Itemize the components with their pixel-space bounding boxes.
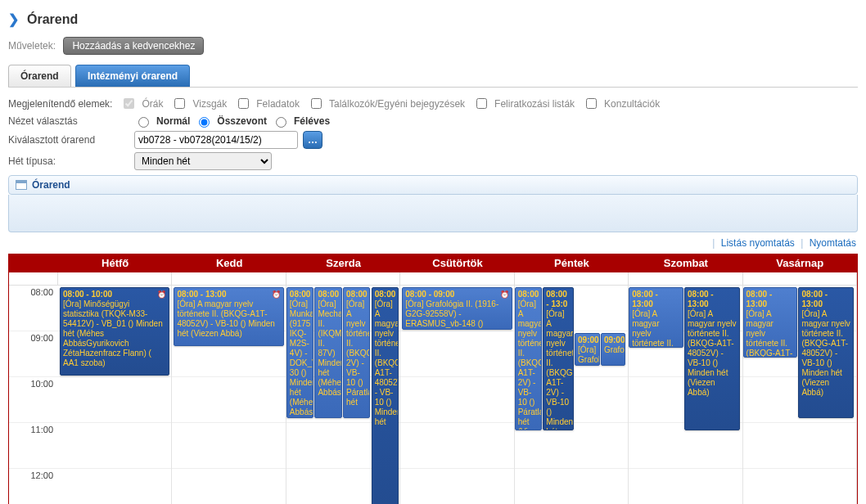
day-col-fri: 08:00 [Óra] A magyar nyelv története II.… [515,286,629,504]
event-sun-1[interactable]: 08:00 - 13:00 [Óra] A magyar nyelv törté… [743,287,797,358]
day-header-mon: Hétfő [58,254,172,272]
selected-schedule-row: Kiválasztott órarend … [8,129,858,151]
schedule-panel-title: Órarend [32,179,70,191]
chk-talalkozok[interactable] [311,98,322,109]
event-text: [Óra] A nyelv története II. (BKQG-2V) - … [346,299,370,407]
event-time: 08:00 - 13:0 [546,290,567,308]
chk-konzultaciok[interactable] [586,98,597,109]
chk-feliratkozasi[interactable] [476,98,487,109]
view-label: Nézet választás [8,115,129,127]
day-header-fri: Péntek [515,254,629,272]
event-thu-1[interactable]: ⏰ 08:00 - 09:00 [Óra] Grafológia II. (19… [402,287,512,330]
day-col-mon: ⏰ 08:00 - 10:00 [Óra] Minőségügyi statis… [58,286,172,504]
time-1000: 10:00 [9,377,58,423]
event-tue-1[interactable]: ⏰ 08:00 - 13:00 [Óra] A magyar nyelv tör… [174,287,283,346]
event-time: 08:00 - 09:00 [405,290,454,299]
day-col-sun: 08:00 - 13:00 [Óra] A magyar nyelv törté… [743,286,857,504]
event-fri-4[interactable]: 09:00 Grafológia [601,333,625,366]
time-0900: 09:00 [9,331,58,377]
event-wed-3[interactable]: 08:00 [Óra] A nyelv története II. (BKQG-… [343,287,370,418]
event-text: [Óra] A magyar nyelv története II. (BKQG… [688,309,736,397]
schedule-picker-button[interactable]: … [303,131,322,149]
event-time: 08:00 - 13:00 [688,290,714,308]
event-sun-2[interactable]: 08:00 - 13:00 [Óra] A magyar nyelv törté… [798,287,854,418]
radio-osszevont-label: Összevont [217,115,267,127]
event-mon-1[interactable]: ⏰ 08:00 - 10:00 [Óra] Minőségügyi statis… [60,287,169,376]
event-text: [Óra] Minőségügyi statisztika (TKQK-M33-… [63,299,163,367]
calendar-header: Hétfő Kedd Szerda Csütörtök Péntek Szomb… [9,254,857,272]
event-text: [Óra] A magyar nyelv története II. (BKQG… [801,309,850,397]
time-1200: 12:00 [9,469,58,504]
calendar-subheader [9,272,857,286]
event-time: 08:00 - 10:00 [63,290,112,299]
time-1100: 11:00 [9,423,58,469]
view-row: Nézet választás Normál Összevont Féléves [8,113,858,129]
event-text: [Óra] A magyar nyelv története II. (BKQG… [746,309,793,358]
actions-row: Műveletek: Hozzáadás a kedvencekhez [8,34,858,58]
print-link[interactable]: Nyomtatás [810,237,856,249]
event-text: [Óra] Grafológia II. (1916-G2G-92558V) -… [405,299,498,328]
day-header-thu: Csütörtök [400,254,514,272]
chk-vizsgak[interactable] [174,98,185,109]
event-time: 08:00 - 13:00 [801,290,828,308]
event-sat-1[interactable]: 08:00 - 13:00 [Óra] A magyar nyelv törté… [629,287,683,348]
event-text: [Óra] A magyar nyelv története II. (BKQG… [632,309,674,348]
radio-osszevont[interactable] [199,117,210,128]
event-text: Grafológia [604,345,625,354]
schedule-panel-body [8,195,858,232]
event-fri-2[interactable]: 08:00 - 13:0 [Óra] A magyar nyelv történ… [543,287,573,430]
event-time: 08:00 [375,290,396,299]
page-title: Órarend [27,12,78,27]
time-column: 08:00 09:00 10:00 11:00 12:00 13:00 [9,286,58,504]
bell-icon: ⏰ [500,290,509,299]
radio-normal-label: Normál [156,115,190,127]
event-wed-4[interactable]: 08:00 [Óra] A magyar nyelv története II.… [372,287,399,504]
selected-schedule-label: Kiválasztott órarend [8,134,129,146]
selected-schedule-input[interactable] [134,131,298,149]
event-time: 08:00 [318,290,339,299]
print-links: | Listás nyomtatás | Nyomtatás [8,232,858,254]
event-time: 08:00 [290,290,311,299]
event-text: [Óra] A magyar nyelv története II. (BKQG… [375,299,399,426]
bell-icon: ⏰ [272,290,281,299]
chk-orak[interactable] [124,98,134,109]
calendar-icon [16,180,27,190]
event-time: 08:00 - 13:00 [746,290,773,308]
tab-schedule[interactable]: Órarend [8,65,71,87]
day-col-sat: 08:00 - 13:00 [Óra] A magyar nyelv törté… [629,286,742,504]
radio-normal[interactable] [138,117,149,128]
day-col-tue: ⏰ 08:00 - 13:00 [Óra] A magyar nyelv tör… [172,286,286,504]
time-0800: 08:00 [9,286,58,331]
tab-institutional[interactable]: Intézményi órarend [75,65,190,87]
calendar-body: 08:00 09:00 10:00 11:00 12:00 13:00 ⏰ 08… [9,286,857,504]
week-type-row: Hét típusa: Minden hét [8,151,858,172]
chk-konzultaciok-label: Konzultációk [604,98,660,110]
week-type-select[interactable]: Minden hét [134,152,272,170]
event-fri-3[interactable]: 09:00 [Óra] Grafológia II. (1 [575,333,599,366]
chk-feladatok-label: Feladatok [256,98,300,110]
day-header-tue: Kedd [172,254,286,272]
event-time: 08:00 [518,290,539,299]
add-to-favorites-button[interactable]: Hozzáadás a kedvencekhez [63,37,204,55]
event-sat-2[interactable]: 08:00 - 13:00 [Óra] A magyar nyelv törté… [684,287,740,430]
event-text: [Óra] A magyar nyelv története II. (BKQG… [546,309,573,430]
page-header: ❯ Órarend [8,8,858,34]
radio-feleves[interactable] [276,117,286,128]
event-time: 08:00 - 13:00 [632,290,658,308]
event-time: 09:00 [578,335,599,344]
event-wed-2[interactable]: 08:00 [Óra] Mechanika II. (IKQM3M-II. 87… [314,287,341,418]
filters: Megjelenítendő elemek: Órák Vizsgák Fela… [8,88,858,175]
day-header-sun: Vasárnap [743,254,857,272]
chevron-right-icon: ❯ [8,11,19,27]
event-text: [Óra] Munkaelemzés (9175 IKQ-M2S-4V) - D… [290,299,313,416]
week-type-label: Hét típusa: [8,155,129,167]
actions-label: Műveletek: [8,40,56,52]
event-fri-1[interactable]: 08:00 [Óra] A magyar nyelv története II.… [515,287,542,430]
event-time: 08:00 - 13:00 [177,290,226,299]
schedule-panel-header: Órarend [8,175,858,195]
chk-feladatok[interactable] [238,98,249,109]
chk-feliratkozasi-label: Feliratkozási listák [494,98,575,110]
list-print-link[interactable]: Listás nyomtatás [721,237,795,249]
event-wed-1[interactable]: 08:00 [Óra] Munkaelemzés (9175 IKQ-M2S-4… [286,287,313,418]
chk-vizsgak-label: Vizsgák [192,98,227,110]
